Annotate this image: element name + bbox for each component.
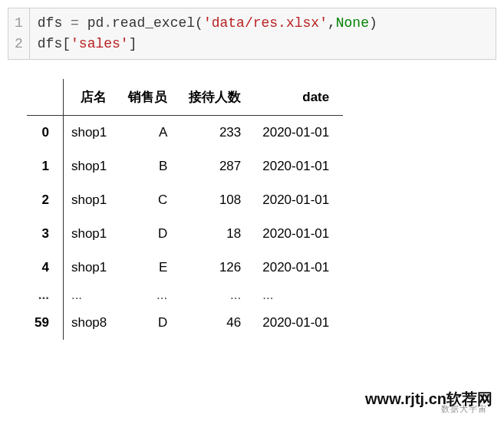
col-header-sales: 销售员 bbox=[120, 79, 181, 116]
cell-sales: E bbox=[120, 251, 181, 285]
cell-recv: 108 bbox=[181, 183, 255, 217]
cell-recv: 18 bbox=[181, 217, 255, 251]
cell-sales: D bbox=[120, 217, 181, 251]
code-token: dfs bbox=[38, 36, 62, 51]
row-index: 3 bbox=[27, 217, 63, 251]
code-token: dfs bbox=[38, 15, 62, 31]
col-header-index bbox=[27, 79, 63, 116]
code-token: ' bbox=[120, 36, 129, 51]
code-token: ) bbox=[369, 15, 377, 31]
table-row: 59shop8D462020-01-01 bbox=[27, 306, 343, 340]
code-token: [ bbox=[62, 36, 71, 51]
cell-shop: shop1 bbox=[63, 150, 120, 183]
cell-sales: A bbox=[120, 116, 181, 150]
cell-sales: B bbox=[120, 150, 181, 183]
code-token: ( bbox=[195, 15, 203, 31]
table-row: ............... bbox=[27, 285, 343, 306]
code-string: data/res.xlsx bbox=[212, 15, 319, 31]
code-gutter: 1 2 bbox=[8, 8, 30, 59]
cell-recv: ... bbox=[181, 285, 255, 306]
cell-shop: ... bbox=[63, 285, 120, 306]
code-string: sales bbox=[79, 36, 120, 51]
code-cell: 1 2 dfs = pd.read_excel('data/res.xlsx',… bbox=[8, 8, 496, 60]
cell-shop: shop1 bbox=[63, 183, 120, 217]
code-token: . bbox=[104, 15, 112, 31]
table-row: 3shop1D182020-01-01 bbox=[27, 217, 343, 251]
cell-sales: D bbox=[120, 306, 181, 340]
col-header-recv: 接待人数 bbox=[181, 79, 255, 116]
cell-date: ... bbox=[255, 285, 343, 306]
cell-shop: shop1 bbox=[63, 251, 120, 285]
cell-date: 2020-01-01 bbox=[255, 183, 343, 217]
code-token: , bbox=[328, 15, 336, 31]
code-content: dfs = pd.read_excel('data/res.xlsx',None… bbox=[30, 8, 385, 59]
row-index: 2 bbox=[27, 183, 63, 217]
cell-date: 2020-01-01 bbox=[255, 306, 343, 340]
cell-date: 2020-01-01 bbox=[255, 150, 343, 183]
table-row: 2shop1C1082020-01-01 bbox=[27, 183, 343, 217]
row-index: 1 bbox=[27, 150, 63, 183]
cell-recv: 126 bbox=[181, 251, 255, 285]
row-index: ... bbox=[27, 285, 63, 306]
code-token: ' bbox=[203, 15, 212, 31]
cell-sales: ... bbox=[120, 285, 181, 306]
row-index: 59 bbox=[27, 306, 63, 340]
code-token: ' bbox=[319, 15, 328, 31]
col-header-shop: 店名 bbox=[63, 79, 120, 116]
cell-date: 2020-01-01 bbox=[255, 116, 343, 150]
code-token: read_excel bbox=[112, 15, 195, 31]
cell-recv: 233 bbox=[181, 116, 255, 150]
col-header-date: date bbox=[255, 79, 343, 116]
table-row: 0shop1A2332020-01-01 bbox=[27, 116, 343, 150]
cell-recv: 46 bbox=[181, 306, 255, 340]
row-index: 0 bbox=[27, 116, 63, 150]
cell-shop: shop1 bbox=[63, 116, 120, 150]
code-token: ] bbox=[129, 36, 137, 51]
cell-sales: C bbox=[120, 183, 181, 217]
cell-date: 2020-01-01 bbox=[255, 217, 343, 251]
cell-shop: shop8 bbox=[63, 306, 120, 340]
cell-date: 2020-01-01 bbox=[255, 251, 343, 285]
dataframe-output: 店名 销售员 接待人数 date 0shop1A2332020-01-011sh… bbox=[27, 79, 343, 340]
cell-shop: shop1 bbox=[63, 217, 120, 251]
table-row: 1shop1B2872020-01-01 bbox=[27, 150, 343, 183]
line-number: 1 bbox=[15, 13, 23, 34]
code-token: = bbox=[62, 15, 87, 31]
table-row: 4shop1E1262020-01-01 bbox=[27, 251, 343, 285]
code-token: ' bbox=[71, 36, 79, 51]
row-index: 4 bbox=[27, 251, 63, 285]
code-keyword: None bbox=[336, 15, 369, 31]
cell-recv: 287 bbox=[181, 150, 255, 183]
code-token: pd bbox=[87, 15, 104, 31]
line-number: 2 bbox=[15, 34, 23, 54]
